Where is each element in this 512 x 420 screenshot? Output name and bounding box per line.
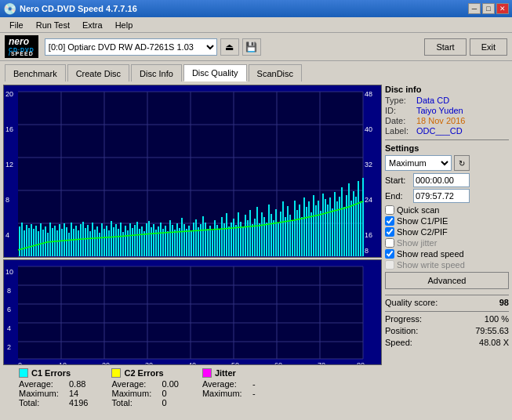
close-button[interactable]: ✕ [496,3,509,14]
menu-file[interactable]: File [3,19,30,31]
svg-rect-130 [263,217,265,256]
show-read-checkbox[interactable] [385,249,394,259]
app-icon: 💿 [3,2,16,15]
svg-rect-124 [249,210,251,256]
svg-rect-89 [167,231,169,256]
end-label: End: [385,191,410,201]
minimize-button[interactable]: ─ [468,3,481,14]
svg-rect-136 [278,223,279,256]
maximize-button[interactable]: □ [482,3,495,14]
type-value: Data CD [416,96,449,105]
svg-rect-108 [212,230,213,256]
svg-rect-169 [355,197,357,256]
svg-rect-132 [268,205,270,256]
svg-rect-65 [111,221,112,256]
svg-rect-159 [332,208,333,256]
svg-rect-61 [101,223,103,256]
refresh-button[interactable]: ↻ [454,155,470,171]
svg-rect-59 [96,226,98,256]
svg-rect-149 [308,201,310,256]
svg-rect-46 [66,227,67,256]
exit-button[interactable]: Exit [470,38,507,56]
svg-rect-153 [318,201,319,256]
show-c1pie-label: Show C1/PIE [397,216,448,226]
save-icon[interactable]: 💾 [242,38,261,56]
svg-rect-74 [132,228,133,256]
position-row: Position: 79:55.63 [385,326,509,335]
svg-rect-76 [136,222,138,256]
svg-rect-104 [202,216,204,256]
svg-rect-170 [358,181,359,256]
svg-rect-85 [158,226,159,256]
menu-help[interactable]: Help [109,19,140,31]
svg-rect-80 [146,223,147,256]
svg-rect-86 [160,223,162,256]
progress-row: Progress: 100 % [385,314,509,324]
svg-rect-91 [172,225,173,256]
svg-text:70: 70 [318,256,325,257]
menu-runtest[interactable]: Run Test [30,19,76,31]
separator-3 [385,311,509,312]
svg-rect-75 [134,225,136,256]
svg-rect-33 [35,226,37,256]
show-c2pif-checkbox[interactable] [385,227,394,237]
svg-rect-39 [49,223,51,256]
c2-max-label: Maximum: [111,389,158,398]
show-jitter-checkbox[interactable] [385,238,394,248]
c1-total-label: Total: [19,398,66,407]
c1-chart-svg: 20 16 12 8 4 48 40 32 24 16 8 [4,85,381,257]
svg-rect-142 [292,220,293,256]
drive-select[interactable]: [0:0] Optiarc DVD RW AD-7261S 1.03 [45,38,217,56]
quick-scan-checkbox[interactable] [385,205,394,215]
svg-rect-83 [153,224,154,256]
svg-text:32: 32 [365,161,372,168]
svg-rect-71 [125,226,126,256]
tab-createdisc[interactable]: Create Disc [67,64,129,81]
svg-rect-164 [343,207,345,256]
start-label: Start: [385,176,410,185]
svg-rect-165 [346,195,347,256]
svg-text:0: 0 [18,256,22,257]
jitter-color-box [202,368,212,378]
svg-rect-151 [313,195,314,256]
tab-benchmark[interactable]: Benchmark [5,64,66,81]
svg-text:60: 60 [274,361,282,364]
tab-discinfo[interactable]: Disc Info [131,64,182,81]
show-jitter-label: Show jitter [397,238,437,248]
svg-text:50: 50 [231,256,239,257]
svg-rect-144 [296,210,298,256]
jitter-max-label: Maximum: [202,389,249,398]
menu-extra[interactable]: Extra [76,19,109,31]
tab-discquality[interactable]: Disc Quality [183,64,247,81]
svg-text:48: 48 [365,90,372,98]
titlebar-buttons: ─ □ ✕ [468,3,509,14]
c1-max-value: 14 [69,389,78,398]
svg-rect-114 [226,213,227,256]
svg-text:30: 30 [145,256,153,257]
svg-text:20: 20 [102,361,110,364]
end-input[interactable] [413,189,470,203]
svg-rect-43 [59,224,60,256]
start-input[interactable] [413,173,470,187]
svg-rect-129 [261,212,263,256]
show-write-checkbox[interactable] [385,260,394,270]
legend-c2: C2 Errors Average:0.00 Maximum:0 Total:0 [111,368,178,407]
svg-rect-99 [191,230,192,256]
svg-rect-147 [303,197,305,256]
start-button[interactable]: Start [424,38,466,56]
advanced-button[interactable]: Advanced [385,272,509,289]
svg-rect-123 [247,220,249,256]
svg-rect-162 [339,197,340,256]
svg-text:40: 40 [188,256,196,257]
show-c1pie-checkbox[interactable] [385,216,394,226]
svg-rect-42 [56,230,58,256]
speed-select[interactable]: Maximum [385,155,452,171]
tab-scandisc[interactable]: ScanDisc [249,64,302,81]
c2-total-label: Total: [111,398,158,407]
svg-text:24: 24 [365,196,372,204]
svg-rect-117 [233,219,234,256]
eject-icon[interactable]: ⏏ [220,38,239,56]
svg-rect-167 [350,201,352,256]
svg-rect-101 [195,219,197,256]
svg-text:40: 40 [365,125,372,133]
